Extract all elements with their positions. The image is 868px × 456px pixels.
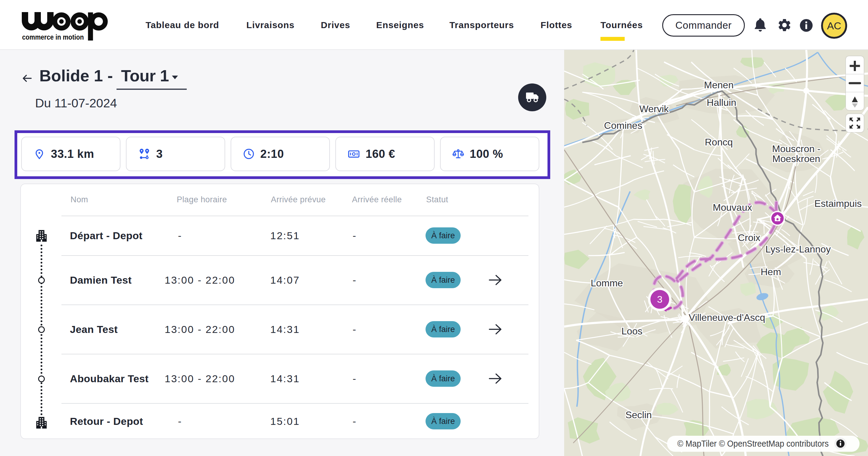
svg-text:Roncq: Roncq bbox=[705, 137, 733, 148]
svg-text:Moeskroen: Moeskroen bbox=[772, 153, 820, 164]
svg-text:Lys-lez-Lannoy: Lys-lez-Lannoy bbox=[766, 244, 831, 255]
svg-text:Wervik: Wervik bbox=[639, 103, 669, 114]
svg-text:commerce in motion: commerce in motion bbox=[22, 33, 84, 41]
svg-text:Croix: Croix bbox=[738, 232, 761, 243]
svg-text:Comines: Comines bbox=[604, 120, 642, 131]
svg-text:Seclin: Seclin bbox=[625, 410, 652, 420]
svg-text:© MapTiler © OpenStreetMap con: © MapTiler © OpenStreetMap contributors bbox=[677, 439, 829, 449]
svg-text:3: 3 bbox=[657, 294, 662, 305]
svg-text:Menen: Menen bbox=[704, 79, 734, 90]
svg-text:Loos: Loos bbox=[621, 326, 642, 336]
svg-text:Villeneuve-d'Ascq: Villeneuve-d'Ascq bbox=[689, 312, 766, 323]
svg-text:Mouvaux: Mouvaux bbox=[713, 202, 752, 213]
svg-text:Mouscron -: Mouscron - bbox=[772, 143, 820, 154]
svg-text:Halluin: Halluin bbox=[707, 97, 736, 108]
svg-text:Lomme: Lomme bbox=[591, 278, 623, 289]
svg-text:Estaimpuis: Estaimpuis bbox=[814, 198, 862, 209]
svg-text:Hem: Hem bbox=[761, 266, 781, 277]
